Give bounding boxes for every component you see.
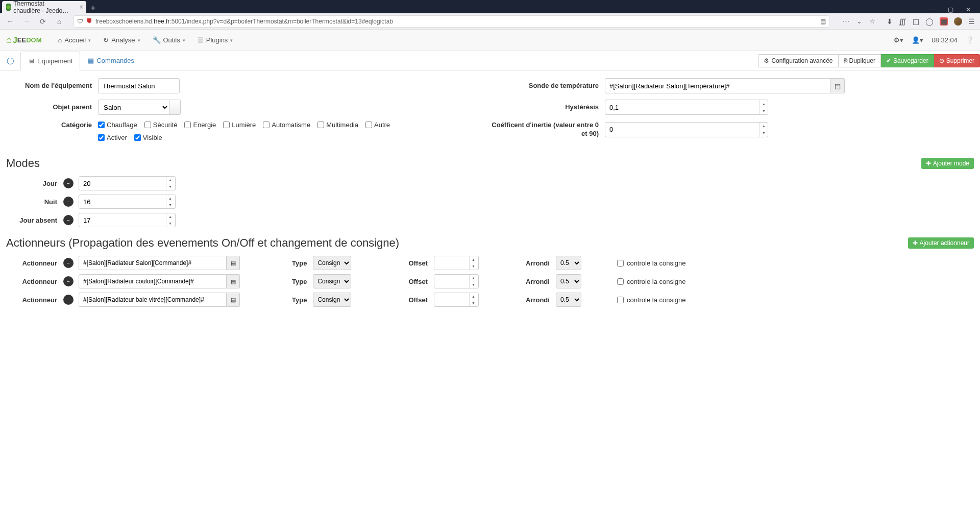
input-sonde[interactable] bbox=[605, 78, 830, 93]
chk-autre[interactable]: Autre bbox=[365, 121, 390, 129]
spin-down-icon[interactable]: ▼ bbox=[166, 183, 174, 190]
remove-mode-button[interactable]: − bbox=[63, 215, 74, 225]
spin-down-icon[interactable]: ▼ bbox=[760, 130, 768, 137]
arrondi-select[interactable]: 0.5 bbox=[556, 274, 581, 288]
controle-checkbox[interactable]: controle la consigne bbox=[617, 259, 686, 267]
mode-row: Nuit − ▲▼ bbox=[6, 195, 974, 209]
ext-icon[interactable]: ▦ bbox=[940, 17, 948, 26]
help-icon[interactable]: ❔ bbox=[966, 36, 974, 44]
spin-up-icon[interactable]: ▲ bbox=[760, 123, 768, 130]
tab-equipement[interactable]: 🖥Equipement bbox=[20, 52, 80, 70]
tab-commandes[interactable]: ▤Commandes bbox=[80, 51, 142, 70]
minimize-icon[interactable]: — bbox=[929, 6, 936, 13]
type-select[interactable]: Consigne bbox=[313, 293, 351, 307]
back-to-list-button[interactable]: ◯ bbox=[0, 57, 20, 64]
spin-up-icon[interactable]: ▲ bbox=[470, 275, 477, 281]
spin-up-icon[interactable]: ▲ bbox=[166, 195, 174, 202]
spin-down-icon[interactable]: ▼ bbox=[470, 300, 477, 306]
chk-securite[interactable]: Sécurité bbox=[144, 121, 178, 129]
sauvegarder-button[interactable]: ✔Sauvegarder bbox=[881, 54, 934, 67]
browser-tab[interactable]: Thermostat chaudière - Jeedo… × bbox=[2, 1, 86, 13]
spin-up-icon[interactable]: ▲ bbox=[470, 293, 477, 300]
nav-outils[interactable]: 🔧Outils▾ bbox=[146, 36, 191, 44]
spin-down-icon[interactable]: ▼ bbox=[166, 220, 174, 227]
remove-actionneur-button[interactable]: − bbox=[63, 295, 74, 305]
remove-actionneur-button[interactable]: − bbox=[63, 258, 74, 268]
spin-up-icon[interactable]: ▲ bbox=[470, 256, 477, 263]
ublock-icon[interactable]: ◯ bbox=[925, 17, 934, 26]
chk-energie[interactable]: Energie bbox=[184, 121, 216, 129]
mode-value-input[interactable] bbox=[79, 213, 176, 227]
chk-automatisme[interactable]: Automatisme bbox=[263, 121, 310, 129]
chk-chauffage[interactable]: Chauffage bbox=[98, 121, 137, 129]
remove-actionneur-button[interactable]: − bbox=[63, 276, 74, 286]
more-icon[interactable]: ⋯ bbox=[843, 17, 849, 25]
new-tab-button[interactable]: + bbox=[86, 3, 100, 13]
config-avancee-button[interactable]: ⚙Configuration avancée bbox=[758, 54, 838, 67]
type-select[interactable]: Consigne bbox=[313, 256, 351, 270]
mode-value-input[interactable] bbox=[79, 176, 176, 190]
reader-icon[interactable]: ▤ bbox=[820, 18, 826, 25]
reload-button[interactable]: ⟳ bbox=[38, 16, 48, 27]
spin-down-icon[interactable]: ▼ bbox=[470, 263, 477, 270]
supprimer-button[interactable]: ⊖Supprimer bbox=[934, 54, 980, 67]
sidebar-icon[interactable]: ◫ bbox=[913, 17, 919, 26]
nav-analyse[interactable]: ↻Analyse▾ bbox=[97, 36, 146, 44]
jeedom-logo[interactable]: ⌂ JEEDOM bbox=[6, 35, 41, 45]
spin-down-icon[interactable]: ▼ bbox=[760, 107, 768, 114]
close-window-icon[interactable]: ✕ bbox=[966, 6, 971, 13]
spin-down-icon[interactable]: ▼ bbox=[470, 281, 477, 288]
profile-avatar[interactable] bbox=[954, 17, 962, 26]
action-buttons: ⚙Configuration avancée ⎘Dupliquer ✔Sauve… bbox=[758, 54, 980, 67]
settings-icon[interactable]: ⚙▾ bbox=[894, 36, 903, 44]
input-coefficient[interactable] bbox=[605, 122, 768, 137]
add-actionneur-button[interactable]: ✚Ajouter actionneur bbox=[908, 237, 974, 249]
chk-activer[interactable]: Activer bbox=[98, 134, 127, 141]
nav-plugins[interactable]: ☰Plugins▾ bbox=[191, 36, 239, 44]
controle-checkbox[interactable]: controle la consigne bbox=[617, 278, 686, 285]
mode-value-input[interactable] bbox=[79, 195, 176, 209]
add-mode-button[interactable]: ✚Ajouter mode bbox=[921, 158, 974, 169]
actionneur-cmd-input[interactable] bbox=[79, 293, 227, 307]
controle-checkbox[interactable]: controle la consigne bbox=[617, 296, 686, 304]
nav-accueil[interactable]: ⌂Accueil▾ bbox=[52, 36, 97, 44]
library-icon[interactable]: ∭ bbox=[899, 17, 906, 26]
actionneur-cmd-input[interactable] bbox=[79, 274, 227, 288]
forward-button[interactable]: → bbox=[21, 16, 32, 27]
home-button[interactable]: ⌂ bbox=[54, 16, 64, 27]
remove-mode-button[interactable]: − bbox=[63, 178, 74, 188]
download-icon[interactable]: ⬇ bbox=[887, 17, 893, 26]
input-nom-equipement[interactable] bbox=[98, 78, 180, 93]
menu-icon[interactable]: ☰ bbox=[968, 17, 975, 26]
form-main: Nom de l'équipement Objet parent Salon C… bbox=[6, 78, 974, 148]
arrondi-select[interactable]: 0.5 bbox=[556, 256, 581, 270]
type-select[interactable]: Consigne bbox=[313, 274, 351, 288]
label-coefficient: Coéfficent d'inertie (valeur entre 0 et … bbox=[487, 121, 605, 138]
spin-up-icon[interactable]: ▲ bbox=[166, 213, 174, 220]
chk-multimedia[interactable]: Multimedia bbox=[317, 121, 358, 129]
input-hysteresis[interactable] bbox=[605, 100, 768, 115]
actionneur-picker-button[interactable]: ▤ bbox=[227, 274, 240, 288]
remove-mode-button[interactable]: − bbox=[63, 197, 74, 207]
sonde-picker-button[interactable]: ▤ bbox=[830, 78, 845, 93]
arrondi-select[interactable]: 0.5 bbox=[556, 293, 581, 307]
actionneur-cmd-input[interactable] bbox=[79, 256, 227, 270]
chk-visible[interactable]: Visible bbox=[134, 134, 162, 141]
close-tab-icon[interactable]: × bbox=[80, 4, 83, 11]
spin-down-icon[interactable]: ▼ bbox=[166, 202, 174, 208]
spin-up-icon[interactable]: ▲ bbox=[166, 177, 174, 183]
select-objet-parent[interactable]: Salon bbox=[98, 100, 169, 115]
maximize-icon[interactable]: ▢ bbox=[948, 6, 953, 13]
pocket-icon[interactable]: ⌄ bbox=[856, 17, 862, 25]
actionneur-picker-button[interactable]: ▤ bbox=[227, 256, 240, 270]
user-icon[interactable]: 👤▾ bbox=[912, 36, 923, 44]
back-button[interactable]: ← bbox=[5, 16, 15, 27]
chk-lumiere[interactable]: Lumière bbox=[223, 121, 256, 129]
select-dropdown-button[interactable] bbox=[169, 100, 181, 115]
actionneur-picker-button[interactable]: ▤ bbox=[227, 293, 240, 307]
url-bar[interactable]: 🛡 ⛊ freeboxschoelens.hd.free.fr:5001/ind… bbox=[74, 15, 829, 28]
dupliquer-button[interactable]: ⎘Dupliquer bbox=[839, 54, 881, 67]
actionneur-label: Actionneur bbox=[10, 278, 63, 285]
bookmark-icon[interactable]: ☆ bbox=[869, 17, 875, 25]
spin-up-icon[interactable]: ▲ bbox=[760, 100, 768, 107]
